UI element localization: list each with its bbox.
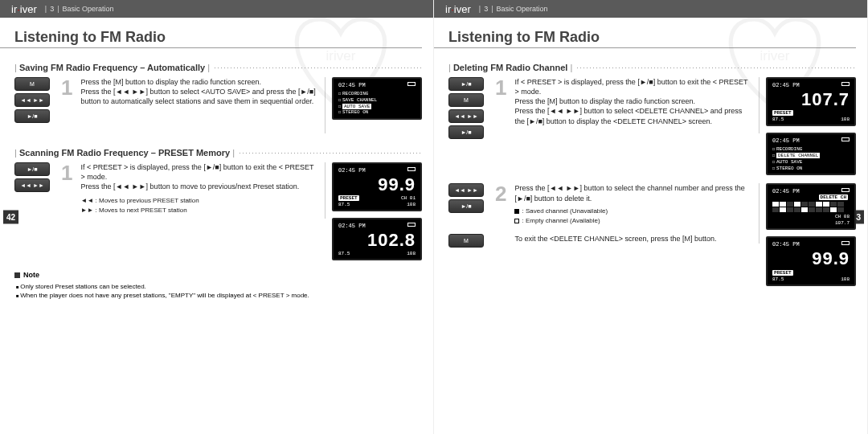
- device-screen: 02:45 PM 102.8 87.5108: [332, 218, 422, 260]
- device-screen: 02:45 PM 107.7 PRESET 87.5108: [766, 77, 856, 126]
- page-number: 42: [3, 211, 18, 224]
- dotted-rule: [215, 68, 422, 68]
- section-title: | Saving FM Radio Frequency – Automatica…: [14, 63, 210, 72]
- header-section-label: Basic Operation: [63, 5, 114, 13]
- step-text: Press the [M] button to display the radi…: [80, 77, 318, 106]
- prev-next-button-icon: ◄◄ ►►: [14, 93, 50, 107]
- page-right: ir·iver | 3 | Basic Operation iriver Lis…: [434, 0, 868, 434]
- m-button-icon: M: [14, 77, 50, 91]
- device-screen: 02:45 PM 99.9 PRESETCH 01 87.5108: [332, 162, 422, 211]
- section-preset-scan: | Scanning FM Radio Frequency – PRESET M…: [0, 133, 433, 300]
- brand-logo: ir·iver: [11, 3, 37, 15]
- device-screen: 02:45 PM 99.9 PRESET 87.5108: [766, 236, 856, 285]
- device-screen: 02:45 PM □RECORDING □SAVE CHANNEL □AUTO …: [332, 77, 422, 120]
- filled-square-icon: [514, 209, 519, 214]
- play-stop-button-icon: ►/■: [14, 162, 50, 176]
- device-screen: 02:45 PM DELETE CH CH 08 107.7: [766, 183, 856, 230]
- header-bar: ir·iver | 3 | Basic Operation: [0, 0, 433, 18]
- empty-square-icon: [514, 219, 519, 223]
- section-delete-channel: | Deleting FM Radio Channel | ►/■ M ◄◄ ►…: [434, 48, 867, 175]
- play-stop-button-icon: ►/■: [14, 109, 50, 123]
- page-title: Listening to FM Radio: [0, 18, 422, 48]
- prev-next-button-icon: ◄◄ ►►: [14, 178, 50, 192]
- page-left: ir·iver | 3 | Basic Operation iriver Lis…: [0, 0, 434, 434]
- header-section-num: 3: [50, 5, 54, 13]
- note-box: Note Only stored Preset stations can be …: [14, 270, 422, 300]
- brand-logo: ir·iver: [445, 3, 471, 15]
- battery-icon: [407, 82, 416, 86]
- section-auto-save: | Saving FM Radio Frequency – Automatica…: [0, 48, 433, 133]
- step-number: 1: [58, 77, 76, 98]
- device-screen: 02:45 PM □RECORDING □DELETE CHANNEL □AUT…: [766, 133, 856, 175]
- note-icon: [14, 272, 20, 278]
- hw-button-stack: M ◄◄ ►► ►/■: [14, 77, 51, 123]
- section-delete-step2: ◄◄ ►► ►/■ M 2 Press the [◄◄ ►►] button t…: [434, 175, 867, 285]
- header-sep: |: [45, 5, 47, 13]
